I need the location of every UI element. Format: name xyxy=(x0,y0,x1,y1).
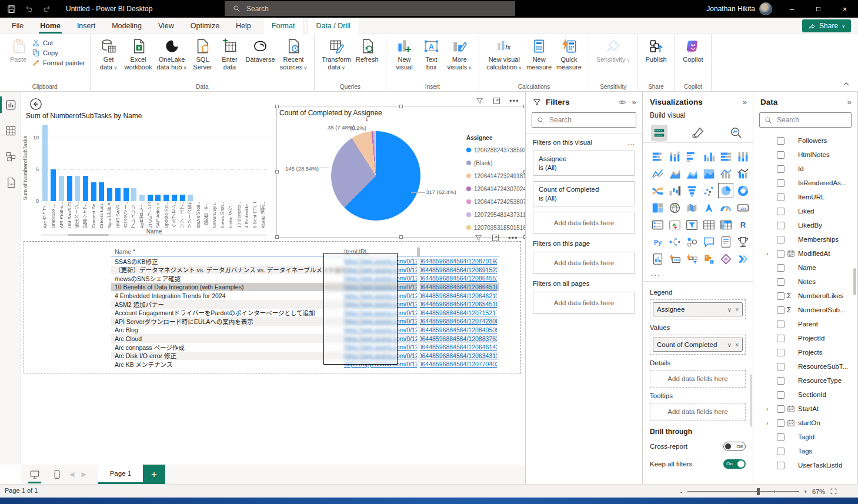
line-and-stacked-column-chart-icon[interactable] xyxy=(718,166,733,181)
stacked-column-chart-icon[interactable] xyxy=(667,149,682,164)
field-checkbox[interactable] xyxy=(777,250,784,258)
bar[interactable] xyxy=(188,195,193,201)
zoom-out-icon[interactable]: - xyxy=(680,488,683,495)
share-button[interactable]: Share ∨ xyxy=(802,19,851,32)
field-checkbox[interactable] xyxy=(777,405,784,413)
new-visual-calculation-button[interactable]: fxNew visualcalculation ∨ xyxy=(484,36,524,73)
table-row[interactable]: Account EngagementドライバーをPardotのポインターページと… xyxy=(111,309,499,318)
area-chart-icon[interactable] xyxy=(667,166,682,181)
field-htmlnotes[interactable]: HtmlNotes xyxy=(753,148,857,162)
ribbon-chart-icon[interactable] xyxy=(650,183,665,198)
multi-row-card-icon[interactable] xyxy=(650,217,665,232)
previous-page-icon[interactable]: ◀ xyxy=(69,470,74,478)
metrics-icon[interactable] xyxy=(735,234,750,249)
100-stacked-bar-chart-icon[interactable] xyxy=(718,149,733,164)
field-checkbox[interactable] xyxy=(777,292,784,300)
report-canvas[interactable]: Sum of NumberofSubTasks by Name Sum of N… xyxy=(21,92,525,465)
bar[interactable] xyxy=(131,188,136,201)
field-modifiedat[interactable]: ›ModifiedAt xyxy=(753,246,857,261)
cut-button[interactable]: Cut xyxy=(32,39,85,47)
bar[interactable] xyxy=(99,182,104,202)
bar[interactable] xyxy=(123,188,129,201)
legend-item[interactable]: 1207035318501516 xyxy=(466,221,526,234)
bar[interactable] xyxy=(139,195,145,201)
new-visual-button[interactable]: Newvisual xyxy=(391,36,418,73)
chevron-right-icon[interactable]: › xyxy=(766,251,768,257)
data-search-input[interactable]: Search xyxy=(759,112,852,128)
smart-narrative-icon[interactable] xyxy=(718,234,733,249)
focus-mode-icon[interactable] xyxy=(492,96,501,105)
waterfall-chart-icon[interactable] xyxy=(667,183,682,198)
bar[interactable] xyxy=(180,195,185,201)
filters-search-input[interactable]: Search xyxy=(532,112,636,128)
field-tags[interactable]: Tags xyxy=(753,444,857,458)
field-checkbox[interactable] xyxy=(777,193,784,201)
table-row[interactable]: /newsのSNSシェア確認https://app.asana.com/0/12… xyxy=(111,274,499,283)
100-stacked-area-chart-icon[interactable] xyxy=(701,166,716,181)
line-chart-icon[interactable] xyxy=(650,166,665,181)
legend-item[interactable]: 1206414723249181 xyxy=(466,169,526,182)
slicer-icon[interactable] xyxy=(684,217,699,232)
line-and-clustered-column-chart-icon[interactable] xyxy=(735,166,750,181)
minimize-button[interactable]: – xyxy=(779,0,805,18)
chevron-down-icon[interactable]: ∨ xyxy=(727,342,732,348)
refresh-button[interactable]: Refresh xyxy=(353,36,381,65)
bar[interactable] xyxy=(115,188,121,201)
tab-view[interactable]: View xyxy=(150,18,182,34)
field-resourcesubt[interactable]: ResourceSubT... xyxy=(753,359,857,373)
bar[interactable] xyxy=(75,176,80,201)
add-data-fields-dropzone[interactable]: Add data fields here xyxy=(533,212,635,234)
bar[interactable] xyxy=(67,176,72,201)
table-row[interactable]: 4 Embedded Integration Trends for 2024ht… xyxy=(111,291,499,300)
power-automate-icon[interactable] xyxy=(735,251,750,266)
chevron-down-icon[interactable]: ∨ xyxy=(727,306,732,313)
treemap-icon[interactable] xyxy=(650,200,665,215)
filter-card[interactable]: Count of Completedis (All) xyxy=(533,181,635,206)
pie-chart-visual[interactable]: Count of Completed by Assignee 317 (62.4… xyxy=(276,106,526,238)
remove-field-icon[interactable]: × xyxy=(735,342,739,348)
excel-workbook-button[interactable]: XExcelworkbook xyxy=(122,36,155,73)
power-apps-icon[interactable] xyxy=(718,251,733,266)
sidebar-item-dax-query-view[interactable]: DAX xyxy=(0,169,21,195)
new-measure-button[interactable]: Newmeasure xyxy=(524,36,554,73)
recent-sources-button[interactable]: Recentsources ∨ xyxy=(278,36,310,73)
avatar[interactable] xyxy=(759,2,772,15)
field-checkbox[interactable] xyxy=(777,278,784,286)
field-sectionid[interactable]: SectionId xyxy=(753,388,857,402)
zoom-slider[interactable] xyxy=(687,491,799,492)
card-icon[interactable]: 123 xyxy=(735,200,750,215)
r-script-visual-icon[interactable]: R xyxy=(735,217,750,232)
tab-modeling[interactable]: Modeling xyxy=(104,18,150,34)
gauge-icon[interactable] xyxy=(718,200,733,215)
field-resourcetype[interactable]: ResourceType xyxy=(753,373,857,388)
tab-file[interactable]: File xyxy=(4,18,32,34)
tab-optimize[interactable]: Optimize xyxy=(182,18,228,34)
add-data-fields-dropzone[interactable]: Add data fields here xyxy=(533,252,635,274)
decomposition-tree-icon[interactable] xyxy=(667,234,682,249)
bar[interactable] xyxy=(83,176,88,201)
sidebar-item-table-view[interactable] xyxy=(0,118,21,143)
table-scrollbar[interactable] xyxy=(417,246,420,369)
pane-scrollbar[interactable] xyxy=(853,268,856,295)
publish-button[interactable]: Publish xyxy=(642,36,669,65)
field-followers[interactable]: Followers xyxy=(753,133,857,148)
field-notes[interactable]: Notes xyxy=(753,275,857,289)
copy-button[interactable]: Copy xyxy=(32,49,85,57)
selection-handle[interactable] xyxy=(275,105,279,108)
pie-chart[interactable] xyxy=(331,131,420,221)
tab-insert[interactable]: Insert xyxy=(69,18,104,34)
field-checkbox[interactable] xyxy=(777,137,784,145)
field-checkbox[interactable] xyxy=(777,236,784,243)
chevron-right-icon[interactable]: › xyxy=(766,406,768,412)
python-visual-icon[interactable]: Py xyxy=(650,234,665,249)
text-box-button[interactable]: ATextbox xyxy=(418,36,445,73)
field-tagid[interactable]: TagId xyxy=(753,430,857,444)
filter-icon[interactable] xyxy=(475,96,484,105)
field-isrenderedas[interactable]: IsRenderedAs... xyxy=(753,176,857,190)
field-checkbox[interactable] xyxy=(777,335,784,342)
table-row[interactable]: SSASのKB修正https://app.asana.com/0/1206448… xyxy=(111,257,499,266)
table-row[interactable]: （更新）データマネジメント vs. データガバナンス vs. データイネーブルメ… xyxy=(111,266,499,275)
legend-item[interactable]: (Blank) xyxy=(466,156,526,169)
q-and-a-icon[interactable] xyxy=(701,234,716,249)
selection-handle[interactable] xyxy=(399,105,403,108)
